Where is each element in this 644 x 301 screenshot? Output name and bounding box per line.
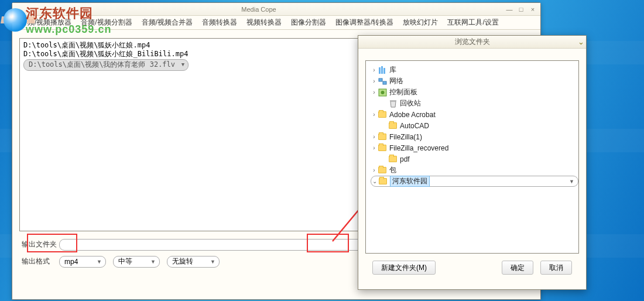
tab-互联网工具/设置[interactable]: 互联网工具/设置 (443, 15, 503, 29)
folder-icon (388, 121, 398, 131)
ok-button[interactable]: 确定 (502, 261, 533, 275)
browse-folder-dialog: 浏览文件夹 ⌄ ›库›网络›控制面板回收站›Adobe AcrobatAutoC… (358, 35, 587, 290)
dialog-title: 浏览文件夹 (369, 37, 576, 47)
tab-音频/视频分割器[interactable]: 音频/视频分割器 (76, 15, 136, 29)
net-icon (378, 77, 387, 86)
tree-label: 河东软件园 (390, 176, 430, 187)
tree-item[interactable]: ›FileZilla_recovered (371, 142, 578, 153)
tree-item[interactable]: ›Adobe Acrobat (371, 109, 578, 120)
expander-icon[interactable]: ⌄ (371, 178, 378, 184)
expander-icon[interactable]: › (371, 145, 378, 151)
tree-item[interactable]: pdf (371, 153, 578, 165)
lib-icon (378, 66, 387, 75)
svg-rect-5 (383, 81, 386, 84)
svg-rect-2 (381, 66, 383, 74)
dialog-close-icon[interactable]: ⌄ (576, 37, 586, 46)
folder-icon (378, 132, 387, 142)
tree-item[interactable]: 回收站 (371, 98, 578, 109)
file-row[interactable]: D:\tools\桌面\视频\我的体育老师 32.flv (23, 59, 189, 71)
tab-音频转换器[interactable]: 音频转换器 (197, 15, 242, 29)
tree-label: AutoCAD (400, 122, 429, 130)
output-folder-label: 输出文件夹 (19, 238, 59, 251)
new-folder-button[interactable]: 新建文件夹(M) (372, 261, 436, 275)
svg-rect-4 (379, 78, 382, 81)
tab-视频转换器[interactable]: 视频转换器 (242, 15, 286, 29)
tab-bar: 音频/视频播放器音频/视频分割器音频/视频合并器音频转换器视频转换器图像分割器图… (12, 16, 540, 30)
folder-icon (378, 166, 387, 175)
expander-icon[interactable]: › (371, 78, 378, 84)
svg-rect-8 (390, 100, 396, 101)
cancel-button[interactable]: 取消 (540, 261, 572, 275)
output-format-label: 输出格式 (19, 255, 52, 268)
expander-icon[interactable]: › (371, 89, 378, 95)
tree-label: 包 (389, 165, 396, 175)
tree-label: pdf (400, 155, 410, 163)
tree-item[interactable]: ›库 (371, 64, 578, 76)
minimize-button[interactable]: — (505, 6, 513, 13)
folder-icon (378, 143, 387, 153)
titlebar[interactable]: Media Cope — □ × (12, 3, 540, 16)
format-select[interactable]: mp4 (59, 256, 106, 268)
expander-icon[interactable]: › (371, 167, 378, 173)
rotate-select[interactable]: 无旋转 (167, 256, 220, 268)
tab-音频/视频播放器[interactable]: 音频/视频播放器 (16, 15, 76, 29)
tree-label: 网络 (389, 76, 403, 86)
dialog-titlebar[interactable]: 浏览文件夹 ⌄ (358, 36, 586, 49)
folder-icon (378, 110, 387, 119)
bin-icon (388, 99, 398, 108)
folder-icon (378, 177, 388, 186)
tree-label: 回收站 (400, 98, 421, 108)
maximize-button[interactable]: □ (517, 6, 525, 13)
window-title: Media Cope (12, 6, 505, 13)
tree-item[interactable]: ⌄河东软件园 (371, 176, 578, 187)
expander-icon[interactable]: › (371, 134, 378, 140)
tab-图像调整器/转换器[interactable]: 图像调整器/转换器 (331, 15, 398, 29)
tree-item[interactable]: ›网络 (371, 76, 578, 87)
expander-icon[interactable]: › (371, 111, 378, 118)
tab-图像分割器[interactable]: 图像分割器 (286, 15, 331, 29)
tab-放映幻灯片[interactable]: 放映幻灯片 (398, 15, 443, 29)
folder-tree[interactable]: ›库›网络›控制面板回收站›Adobe AcrobatAutoCAD›FileZ… (365, 60, 579, 254)
tree-item[interactable]: AutoCAD (371, 120, 578, 131)
close-button[interactable]: × (529, 6, 537, 13)
tree-label: 库 (389, 65, 396, 75)
tree-label: FileZilla_recovered (389, 144, 448, 152)
tree-label: Adobe Acrobat (389, 111, 436, 119)
tree-item[interactable]: ›包 (371, 165, 578, 176)
svg-point-7 (381, 91, 384, 94)
expander-icon[interactable]: › (371, 67, 378, 73)
svg-rect-1 (379, 67, 381, 74)
tree-label: 控制面板 (389, 87, 417, 97)
cpl-icon (378, 88, 387, 97)
tree-label: FileZilla(1) (389, 133, 422, 141)
tree-item[interactable]: ›FileZilla(1) (371, 131, 578, 142)
tree-item[interactable]: ›控制面板 (371, 87, 578, 98)
tab-音频/视频合并器[interactable]: 音频/视频合并器 (137, 15, 197, 29)
folder-icon (388, 155, 398, 164)
quality-select[interactable]: 中等 (113, 256, 160, 268)
svg-rect-3 (383, 68, 385, 74)
